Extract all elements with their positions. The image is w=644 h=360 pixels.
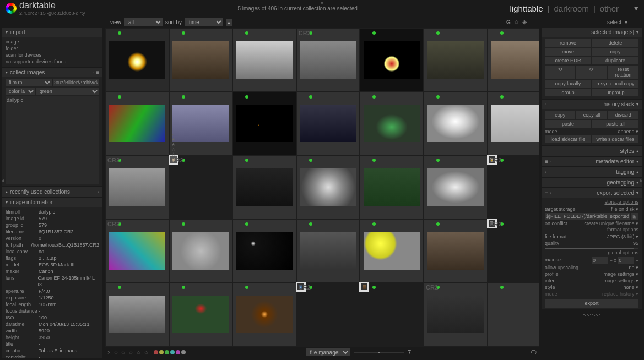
import-item[interactable]: scan for devices bbox=[6, 52, 99, 58]
layout-select[interactable]: file manager bbox=[306, 348, 350, 356]
left-panel-handle[interactable]: ◂ bbox=[1, 177, 4, 183]
thumbnail[interactable] bbox=[297, 156, 360, 219]
thumbnail[interactable]: CR2 bbox=[424, 283, 487, 346]
format-select[interactable]: JPEG (8-bit) bbox=[607, 234, 635, 239]
thumbnail[interactable] bbox=[488, 92, 539, 155]
thumbnail[interactable]: CR2 bbox=[106, 220, 169, 282]
thumbnail[interactable] bbox=[424, 220, 487, 282]
collect-list[interactable]: dailypic bbox=[6, 96, 99, 184]
maxsize-h[interactable] bbox=[618, 257, 634, 264]
rating-filter[interactable]: × ☆ ☆ ☆ ☆ ☆ bbox=[107, 350, 149, 356]
filmroll-select[interactable]: film roll bbox=[6, 79, 52, 86]
thumbnail[interactable]: CR2 bbox=[488, 220, 496, 227]
sidecar-button[interactable]: load sidecar file bbox=[545, 135, 591, 143]
star-icon[interactable]: ☆ bbox=[514, 19, 519, 25]
thumbnail[interactable] bbox=[106, 92, 169, 155]
history-button[interactable]: copy bbox=[545, 111, 575, 119]
action-button[interactable]: ⟳ bbox=[576, 66, 607, 79]
thumbnail[interactable] bbox=[233, 220, 296, 282]
thumbnail[interactable] bbox=[170, 283, 232, 346]
select-menu[interactable]: select bbox=[607, 19, 621, 25]
history-mode-select[interactable]: append bbox=[618, 129, 634, 134]
action-button[interactable]: ungroup bbox=[592, 89, 638, 96]
thumbnail[interactable] bbox=[297, 92, 360, 155]
maxsize-w[interactable] bbox=[592, 257, 608, 264]
zoom-slider[interactable] bbox=[354, 352, 404, 353]
thumbnail[interactable] bbox=[106, 283, 169, 346]
top-panel-handle[interactable]: ▾ bbox=[321, 0, 323, 6]
rating-stars[interactable]: × ★ ★ ☆ ☆ ☆ bbox=[171, 132, 175, 162]
module-recent-header[interactable]: ▸recently used collections◦ bbox=[2, 187, 102, 197]
profile-select[interactable]: image settings bbox=[602, 271, 634, 277]
thumbnail[interactable] bbox=[360, 283, 368, 291]
mode-darkroom[interactable]: darkroom bbox=[554, 4, 589, 13]
module-collect-header[interactable]: ▾collect images◦ ≡ bbox=[2, 68, 102, 77]
history-button[interactable]: discard bbox=[608, 111, 638, 119]
mode-menu-icon[interactable]: ▾ bbox=[634, 3, 638, 13]
action-button[interactable]: delete bbox=[592, 39, 638, 47]
sidecar-button[interactable]: write sidecar files bbox=[592, 135, 638, 143]
view-select[interactable]: all bbox=[124, 18, 163, 26]
action-button[interactable]: remove bbox=[545, 39, 591, 47]
thumbnail[interactable]: CR2 bbox=[106, 156, 169, 219]
history-button[interactable]: copy all bbox=[576, 111, 607, 119]
thumbnail[interactable] bbox=[424, 156, 487, 219]
thumbnail[interactable] bbox=[233, 156, 296, 219]
thumbnail[interactable] bbox=[360, 156, 423, 219]
action-button[interactable]: ⟲ bbox=[545, 66, 575, 79]
minus-icon[interactable]: − bbox=[609, 258, 612, 263]
export-path-browse[interactable]: ⊞ bbox=[631, 213, 638, 220]
plus-icon[interactable]: − bbox=[636, 258, 638, 263]
action-button[interactable]: copy locally bbox=[545, 80, 591, 88]
thumbnail[interactable]: CR2 bbox=[297, 283, 305, 291]
style-select[interactable]: none bbox=[623, 285, 634, 290]
right-panel-handle[interactable]: ▸ bbox=[640, 177, 643, 183]
action-button[interactable]: reset rotation bbox=[608, 66, 638, 79]
colorlabel-value[interactable]: green bbox=[36, 88, 99, 95]
quality-slider[interactable] bbox=[545, 248, 638, 249]
target-storage-select[interactable]: file on disk bbox=[611, 206, 635, 212]
import-item[interactable]: image bbox=[6, 39, 99, 45]
mode-lighttable[interactable]: lighttable bbox=[510, 4, 543, 13]
module-export-header[interactable]: ≡ ◦export selected▾ bbox=[542, 188, 642, 198]
action-button[interactable]: duplicate bbox=[592, 57, 638, 64]
thumbnail[interactable]: CR2 bbox=[488, 156, 496, 163]
action-button[interactable]: resync local copy bbox=[592, 80, 638, 88]
thumbnail[interactable] bbox=[424, 29, 487, 91]
thumbnail[interactable] bbox=[297, 220, 360, 282]
color-label-filter[interactable] bbox=[154, 350, 186, 354]
thumbnail[interactable] bbox=[360, 220, 423, 282]
thumbnail[interactable] bbox=[233, 29, 296, 91]
import-item[interactable]: folder bbox=[6, 45, 99, 52]
gear-icon[interactable]: ❋ bbox=[522, 19, 527, 25]
module-tagging-header[interactable]: ◦tagging◂ bbox=[542, 167, 642, 177]
module-history-header[interactable]: ◦history stack▾ bbox=[542, 100, 642, 109]
bottom-panel-handle[interactable]: ▾ bbox=[321, 352, 323, 358]
thumbnail[interactable] bbox=[170, 29, 232, 91]
action-button[interactable]: copy bbox=[592, 48, 638, 56]
thumbnail[interactable] bbox=[233, 283, 296, 346]
export-button[interactable]: export bbox=[545, 299, 638, 308]
thumbnail[interactable] bbox=[488, 29, 539, 91]
quality-value[interactable]: 95 bbox=[633, 241, 638, 246]
sort-select[interactable]: time bbox=[185, 18, 223, 26]
conflict-select[interactable]: create unique filename bbox=[584, 221, 634, 226]
thumbnail[interactable] bbox=[360, 92, 423, 155]
history-button[interactable]: paste all bbox=[592, 120, 638, 128]
module-metadata-header[interactable]: ≡ ◦metadata editor◂ bbox=[542, 157, 642, 166]
module-selected-header[interactable]: selected image[s]▾ bbox=[542, 28, 642, 37]
module-info-header[interactable]: ▾image information bbox=[2, 198, 102, 207]
module-geotagging-header[interactable]: geotagging◂ bbox=[542, 178, 642, 187]
thumbnail[interactable] bbox=[424, 92, 487, 155]
select-menu-arrow-icon[interactable]: ▾ bbox=[625, 19, 627, 25]
upscale-select[interactable]: no bbox=[629, 265, 634, 270]
filmroll-path[interactable] bbox=[53, 79, 99, 86]
module-styles-header[interactable]: styles◂ bbox=[542, 146, 642, 156]
thumbnail[interactable] bbox=[106, 29, 169, 91]
mode-other[interactable]: other bbox=[600, 4, 619, 13]
thumbnail[interactable] bbox=[360, 29, 423, 91]
module-import-header[interactable]: ▾import bbox=[2, 28, 102, 37]
action-button[interactable]: create HDR bbox=[545, 57, 591, 64]
action-button[interactable]: move bbox=[545, 48, 591, 56]
group-icon[interactable]: G bbox=[506, 19, 511, 25]
